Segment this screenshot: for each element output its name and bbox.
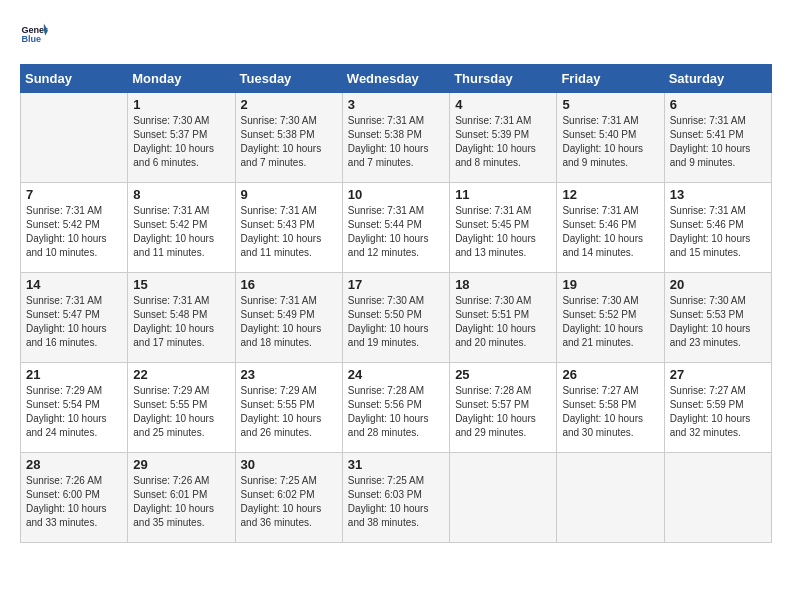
- day-info: Sunrise: 7:31 AMSunset: 5:44 PMDaylight:…: [348, 204, 444, 260]
- logo: General Blue: [20, 20, 48, 48]
- day-info: Sunrise: 7:31 AMSunset: 5:46 PMDaylight:…: [670, 204, 766, 260]
- day-number: 21: [26, 367, 122, 382]
- day-info: Sunrise: 7:31 AMSunset: 5:42 PMDaylight:…: [26, 204, 122, 260]
- weekday-row: SundayMondayTuesdayWednesdayThursdayFrid…: [21, 65, 772, 93]
- day-info: Sunrise: 7:30 AMSunset: 5:38 PMDaylight:…: [241, 114, 337, 170]
- calendar-cell: 25Sunrise: 7:28 AMSunset: 5:57 PMDayligh…: [450, 363, 557, 453]
- calendar-cell: 20Sunrise: 7:30 AMSunset: 5:53 PMDayligh…: [664, 273, 771, 363]
- day-number: 9: [241, 187, 337, 202]
- day-info: Sunrise: 7:26 AMSunset: 6:00 PMDaylight:…: [26, 474, 122, 530]
- calendar-cell: [21, 93, 128, 183]
- day-number: 30: [241, 457, 337, 472]
- calendar-cell: 26Sunrise: 7:27 AMSunset: 5:58 PMDayligh…: [557, 363, 664, 453]
- day-number: 20: [670, 277, 766, 292]
- day-info: Sunrise: 7:31 AMSunset: 5:49 PMDaylight:…: [241, 294, 337, 350]
- day-number: 31: [348, 457, 444, 472]
- day-number: 8: [133, 187, 229, 202]
- calendar-cell: 7Sunrise: 7:31 AMSunset: 5:42 PMDaylight…: [21, 183, 128, 273]
- day-info: Sunrise: 7:31 AMSunset: 5:43 PMDaylight:…: [241, 204, 337, 260]
- day-info: Sunrise: 7:31 AMSunset: 5:41 PMDaylight:…: [670, 114, 766, 170]
- day-number: 29: [133, 457, 229, 472]
- calendar-cell: 19Sunrise: 7:30 AMSunset: 5:52 PMDayligh…: [557, 273, 664, 363]
- calendar-header: SundayMondayTuesdayWednesdayThursdayFrid…: [21, 65, 772, 93]
- day-info: Sunrise: 7:31 AMSunset: 5:40 PMDaylight:…: [562, 114, 658, 170]
- calendar-cell: 29Sunrise: 7:26 AMSunset: 6:01 PMDayligh…: [128, 453, 235, 543]
- weekday-header-monday: Monday: [128, 65, 235, 93]
- calendar-cell: 31Sunrise: 7:25 AMSunset: 6:03 PMDayligh…: [342, 453, 449, 543]
- calendar-cell: 10Sunrise: 7:31 AMSunset: 5:44 PMDayligh…: [342, 183, 449, 273]
- day-info: Sunrise: 7:27 AMSunset: 5:59 PMDaylight:…: [670, 384, 766, 440]
- calendar-cell: 6Sunrise: 7:31 AMSunset: 5:41 PMDaylight…: [664, 93, 771, 183]
- day-number: 22: [133, 367, 229, 382]
- calendar-cell: 23Sunrise: 7:29 AMSunset: 5:55 PMDayligh…: [235, 363, 342, 453]
- page-header: General Blue: [20, 20, 772, 48]
- day-info: Sunrise: 7:31 AMSunset: 5:45 PMDaylight:…: [455, 204, 551, 260]
- weekday-header-sunday: Sunday: [21, 65, 128, 93]
- calendar-cell: 12Sunrise: 7:31 AMSunset: 5:46 PMDayligh…: [557, 183, 664, 273]
- day-info: Sunrise: 7:30 AMSunset: 5:52 PMDaylight:…: [562, 294, 658, 350]
- calendar-cell: 8Sunrise: 7:31 AMSunset: 5:42 PMDaylight…: [128, 183, 235, 273]
- day-number: 23: [241, 367, 337, 382]
- calendar-table: SundayMondayTuesdayWednesdayThursdayFrid…: [20, 64, 772, 543]
- day-number: 26: [562, 367, 658, 382]
- day-number: 15: [133, 277, 229, 292]
- day-info: Sunrise: 7:28 AMSunset: 5:57 PMDaylight:…: [455, 384, 551, 440]
- weekday-header-thursday: Thursday: [450, 65, 557, 93]
- calendar-cell: [557, 453, 664, 543]
- calendar-body: 1Sunrise: 7:30 AMSunset: 5:37 PMDaylight…: [21, 93, 772, 543]
- calendar-cell: 22Sunrise: 7:29 AMSunset: 5:55 PMDayligh…: [128, 363, 235, 453]
- day-number: 11: [455, 187, 551, 202]
- calendar-cell: 21Sunrise: 7:29 AMSunset: 5:54 PMDayligh…: [21, 363, 128, 453]
- day-number: 2: [241, 97, 337, 112]
- day-number: 27: [670, 367, 766, 382]
- day-info: Sunrise: 7:31 AMSunset: 5:42 PMDaylight:…: [133, 204, 229, 260]
- day-info: Sunrise: 7:29 AMSunset: 5:55 PMDaylight:…: [241, 384, 337, 440]
- day-info: Sunrise: 7:26 AMSunset: 6:01 PMDaylight:…: [133, 474, 229, 530]
- day-number: 25: [455, 367, 551, 382]
- svg-text:Blue: Blue: [21, 34, 41, 44]
- day-info: Sunrise: 7:31 AMSunset: 5:47 PMDaylight:…: [26, 294, 122, 350]
- calendar-cell: 9Sunrise: 7:31 AMSunset: 5:43 PMDaylight…: [235, 183, 342, 273]
- calendar-cell: 16Sunrise: 7:31 AMSunset: 5:49 PMDayligh…: [235, 273, 342, 363]
- day-info: Sunrise: 7:27 AMSunset: 5:58 PMDaylight:…: [562, 384, 658, 440]
- calendar-cell: 28Sunrise: 7:26 AMSunset: 6:00 PMDayligh…: [21, 453, 128, 543]
- day-number: 14: [26, 277, 122, 292]
- calendar-cell: 17Sunrise: 7:30 AMSunset: 5:50 PMDayligh…: [342, 273, 449, 363]
- week-row: 21Sunrise: 7:29 AMSunset: 5:54 PMDayligh…: [21, 363, 772, 453]
- calendar-cell: 24Sunrise: 7:28 AMSunset: 5:56 PMDayligh…: [342, 363, 449, 453]
- day-number: 1: [133, 97, 229, 112]
- week-row: 28Sunrise: 7:26 AMSunset: 6:00 PMDayligh…: [21, 453, 772, 543]
- day-info: Sunrise: 7:31 AMSunset: 5:38 PMDaylight:…: [348, 114, 444, 170]
- day-number: 10: [348, 187, 444, 202]
- day-info: Sunrise: 7:30 AMSunset: 5:51 PMDaylight:…: [455, 294, 551, 350]
- week-row: 7Sunrise: 7:31 AMSunset: 5:42 PMDaylight…: [21, 183, 772, 273]
- day-number: 13: [670, 187, 766, 202]
- day-info: Sunrise: 7:29 AMSunset: 5:55 PMDaylight:…: [133, 384, 229, 440]
- calendar-cell: 1Sunrise: 7:30 AMSunset: 5:37 PMDaylight…: [128, 93, 235, 183]
- week-row: 1Sunrise: 7:30 AMSunset: 5:37 PMDaylight…: [21, 93, 772, 183]
- day-number: 7: [26, 187, 122, 202]
- calendar-cell: 3Sunrise: 7:31 AMSunset: 5:38 PMDaylight…: [342, 93, 449, 183]
- day-number: 24: [348, 367, 444, 382]
- calendar-cell: [450, 453, 557, 543]
- day-info: Sunrise: 7:30 AMSunset: 5:53 PMDaylight:…: [670, 294, 766, 350]
- calendar-cell: 13Sunrise: 7:31 AMSunset: 5:46 PMDayligh…: [664, 183, 771, 273]
- day-number: 12: [562, 187, 658, 202]
- weekday-header-saturday: Saturday: [664, 65, 771, 93]
- day-info: Sunrise: 7:31 AMSunset: 5:39 PMDaylight:…: [455, 114, 551, 170]
- calendar-cell: 30Sunrise: 7:25 AMSunset: 6:02 PMDayligh…: [235, 453, 342, 543]
- weekday-header-wednesday: Wednesday: [342, 65, 449, 93]
- day-info: Sunrise: 7:29 AMSunset: 5:54 PMDaylight:…: [26, 384, 122, 440]
- calendar-cell: 18Sunrise: 7:30 AMSunset: 5:51 PMDayligh…: [450, 273, 557, 363]
- calendar-cell: 15Sunrise: 7:31 AMSunset: 5:48 PMDayligh…: [128, 273, 235, 363]
- week-row: 14Sunrise: 7:31 AMSunset: 5:47 PMDayligh…: [21, 273, 772, 363]
- day-number: 6: [670, 97, 766, 112]
- day-info: Sunrise: 7:30 AMSunset: 5:37 PMDaylight:…: [133, 114, 229, 170]
- calendar-cell: 2Sunrise: 7:30 AMSunset: 5:38 PMDaylight…: [235, 93, 342, 183]
- day-info: Sunrise: 7:30 AMSunset: 5:50 PMDaylight:…: [348, 294, 444, 350]
- day-number: 4: [455, 97, 551, 112]
- day-number: 17: [348, 277, 444, 292]
- day-number: 19: [562, 277, 658, 292]
- day-number: 16: [241, 277, 337, 292]
- day-info: Sunrise: 7:31 AMSunset: 5:46 PMDaylight:…: [562, 204, 658, 260]
